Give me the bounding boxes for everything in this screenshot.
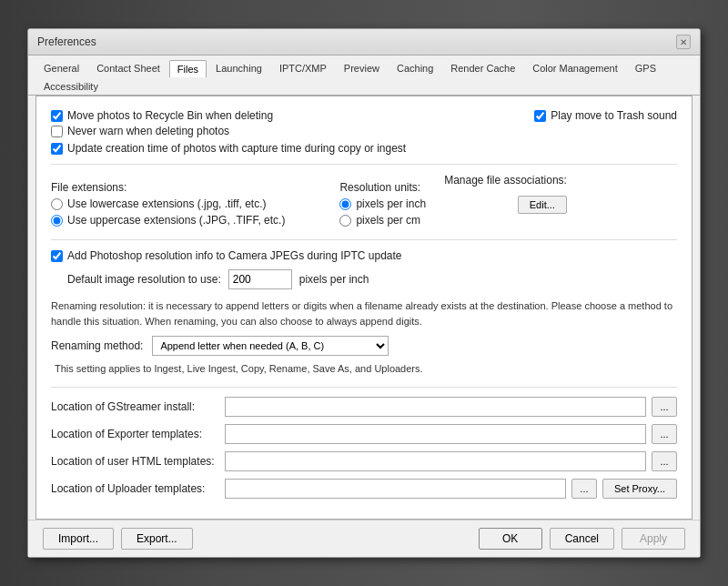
uppercase-row: Use uppercase extensions (.JPG, .TIFF, e… [51,214,285,227]
gstreamer-row: Location of GStreamer install: ... [51,397,677,417]
tab-accessibility[interactable]: Accessibility [35,77,106,95]
tab-files[interactable]: Files [169,60,207,77]
resolution-units-label: Resolution units: [339,181,426,194]
play-sound-label: Play move to Trash sound [551,109,677,122]
dialog-footer: Import... Export... OK Cancel Apply [28,520,700,557]
pixels-per-cm-row: pixels per cm [339,214,426,227]
resolution-input[interactable] [228,269,292,289]
file-ext-label: File extensions: [51,181,285,194]
html-browse-btn[interactable]: ... [652,451,677,471]
import-button[interactable]: Import... [43,528,114,550]
exporter-label: Location of Exporter templates: [51,428,219,440]
resolution-row-label: Default image resolution to use: [51,273,221,286]
footer-left: Import... Export... [43,528,193,550]
html-label: Location of user HTML templates: [51,455,219,468]
exporter-browse-btn[interactable]: ... [652,424,677,444]
edit-button[interactable]: Edit... [518,196,567,214]
divider-2 [51,239,677,240]
lowercase-radio[interactable] [51,198,63,210]
manage-label: Manage file associations: [444,174,567,187]
tab-iptc-xmp[interactable]: IPTC/XMP [271,59,335,76]
renaming-select[interactable]: Append letter when needed (A, B, C) Alwa… [152,336,389,356]
gstreamer-browse-btn[interactable]: ... [652,397,677,417]
tab-render-cache[interactable]: Render Cache [442,59,523,76]
close-button[interactable]: ✕ [676,35,691,49]
update-creation-checkbox[interactable] [51,143,63,155]
never-warn-label: Never warn when deleting photos [67,125,229,137]
location-section: Location of GStreamer install: ... Locat… [51,397,677,499]
renaming-method-row: Renaming method: Append letter when need… [51,336,677,356]
photoshop-label: Add Photoshop resolution info to Camera … [67,249,402,262]
play-sound-row: Play move to Trash sound [534,109,677,122]
renaming-method-label: Renaming method: [51,339,143,352]
never-warn-row: Never warn when deleting photos [51,125,677,137]
pixels-per-inch-radio[interactable] [339,198,351,210]
pixels-per-inch-label: pixels per inch [356,197,426,210]
set-proxy-button[interactable]: Set Proxy... [602,479,677,499]
exporter-input[interactable] [225,424,646,444]
export-button[interactable]: Export... [121,528,193,550]
resolution-units-col: Resolution units: pixels per inch pixels… [339,174,426,230]
pixels-per-inch-row: pixels per inch [339,197,426,210]
play-sound-checkbox[interactable] [534,110,546,122]
uploader-input[interactable] [225,479,566,499]
uppercase-label: Use uppercase extensions (.JPG, .TIFF, e… [67,214,285,227]
divider-1 [51,164,677,165]
file-extensions-col: File extensions: Use lowercase extension… [51,174,285,230]
lowercase-row: Use lowercase extensions (.jpg, .tiff, e… [51,197,285,210]
pixels-per-cm-label: pixels per cm [356,214,420,227]
tab-color-management[interactable]: Color Management [524,59,626,76]
photoshop-checkbox[interactable] [51,250,63,262]
divider-3 [51,387,677,388]
exporter-row: Location of Exporter templates: ... [51,424,677,444]
renaming-paragraph: Renaming resolution: it is necessary to … [51,298,677,328]
footer-right: OK Cancel Apply [479,528,685,550]
html-input[interactable] [225,451,646,471]
tab-content: Move photos to Recycle Bin when deleting… [35,96,693,520]
preferences-dialog: Preferences ✕ General Contact Sheet File… [27,28,701,558]
move-recycle-checkbox[interactable] [51,110,63,122]
tab-preview[interactable]: Preview [336,59,388,76]
tab-general[interactable]: General [35,59,87,76]
dialog-title: Preferences [37,35,96,48]
gstreamer-input[interactable] [225,397,646,417]
move-recycle-label: Move photos to Recycle Bin when deleting [67,109,273,122]
apply-button[interactable]: Apply [622,528,685,550]
uppercase-radio[interactable] [51,215,63,227]
tab-caching[interactable]: Caching [389,59,441,76]
cancel-button[interactable]: Cancel [550,528,614,550]
never-warn-checkbox[interactable] [51,126,63,137]
three-col-section: File extensions: Use lowercase extension… [51,174,677,230]
update-creation-label: Update creation time of photos with capt… [67,142,406,155]
lowercase-label: Use lowercase extensions (.jpg, .tiff, e… [67,197,267,210]
tab-launching[interactable]: Launching [207,59,270,76]
gstreamer-label: Location of GStreamer install: [51,400,219,413]
tabs-bar: General Contact Sheet Files Launching IP… [28,56,700,96]
title-bar: Preferences ✕ [28,29,700,56]
pixels-per-cm-radio[interactable] [339,215,351,227]
html-row: Location of user HTML templates: ... [51,451,677,471]
photoshop-row: Add Photoshop resolution info to Camera … [51,249,677,262]
resolution-unit-label: pixels per inch [299,273,369,286]
resolution-row: Default image resolution to use: pixels … [51,269,677,289]
applies-text: This setting applies to Ingest, Live Ing… [51,363,677,374]
uploader-row: Location of Uploader templates: ... Set … [51,479,677,499]
ok-button[interactable]: OK [479,528,542,550]
checkbox-row-1: Move photos to Recycle Bin when deleting… [51,109,677,122]
tab-contact-sheet[interactable]: Contact Sheet [88,59,168,76]
move-recycle-row: Move photos to Recycle Bin when deleting [51,109,273,122]
tab-gps[interactable]: GPS [627,59,664,76]
uploader-browse-btn[interactable]: ... [571,479,597,499]
update-creation-row: Update creation time of photos with capt… [51,142,677,155]
manage-col: Manage file associations: Edit... [444,174,567,230]
uploader-label: Location of Uploader templates: [51,482,219,495]
